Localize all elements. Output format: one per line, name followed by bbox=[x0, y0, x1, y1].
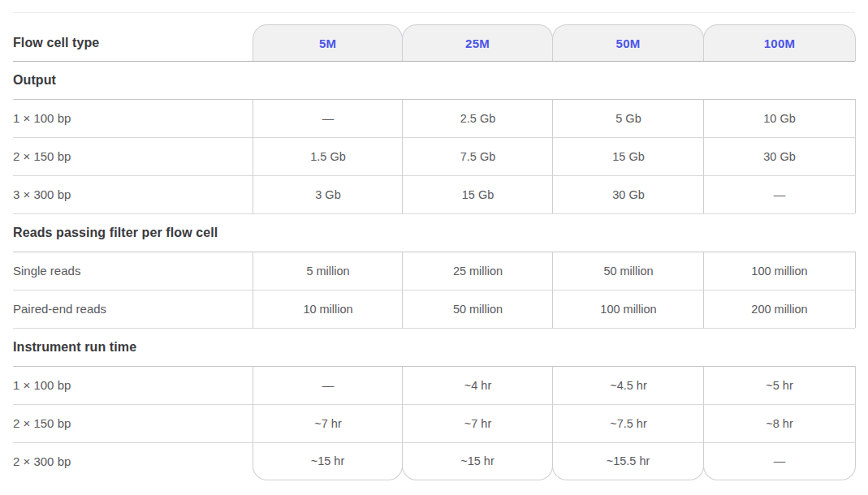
cell-value: 3 Gb bbox=[253, 175, 403, 213]
cell-value: ~15 hr bbox=[253, 442, 403, 480]
column-header-label: 25M bbox=[465, 37, 490, 50]
cell-value: ~7.5 hr bbox=[552, 404, 704, 442]
cell-value: 15 Gb bbox=[552, 137, 704, 175]
cell-value: 200 million bbox=[703, 290, 856, 328]
cell-value: 50 million bbox=[402, 290, 553, 328]
table-row: 1 × 100 bp—~4 hr~4.5 hr~5 hr bbox=[0, 366, 868, 404]
row-label: 2 × 300 bp bbox=[13, 442, 71, 480]
section-title: Output bbox=[13, 61, 56, 99]
table-row: 1 × 100 bp—2.5 Gb5 Gb10 Gb bbox=[0, 99, 868, 137]
cell-value: 7.5 Gb bbox=[402, 137, 553, 175]
column-header-5m: 5M bbox=[253, 24, 403, 61]
column-header-50m: 50M bbox=[552, 24, 704, 61]
column-header-label: 5M bbox=[319, 37, 336, 50]
cell-value: ~8 hr bbox=[703, 404, 856, 442]
row-label: 1 × 100 bp bbox=[13, 366, 71, 404]
cell-value: ~7 hr bbox=[402, 404, 553, 442]
row-label: Single reads bbox=[13, 252, 80, 290]
table-row: 2 × 150 bp~7 hr~7 hr~7.5 hr~8 hr bbox=[0, 404, 868, 442]
section-header-row: Instrument run time bbox=[0, 328, 868, 366]
cell-value: 5 Gb bbox=[552, 99, 704, 137]
table-row: Paired-end reads10 million50 million100 … bbox=[0, 290, 868, 328]
cell-value: ~4.5 hr bbox=[552, 366, 704, 404]
table-row: Single reads5 million25 million50 millio… bbox=[0, 252, 868, 290]
table-header-row: Flow cell type 5M 25M 50M 100M bbox=[0, 0, 868, 62]
cell-value: 10 Gb bbox=[703, 99, 856, 137]
cell-value: 2.5 Gb bbox=[402, 99, 553, 137]
table-row: 2 × 300 bp~15 hr~15 hr~15.5 hr— bbox=[0, 442, 868, 480]
cell-value: 100 million bbox=[552, 290, 704, 328]
cell-value: 10 million bbox=[253, 290, 403, 328]
table-row: 2 × 150 bp1.5 Gb7.5 Gb15 Gb30 Gb bbox=[0, 137, 868, 175]
cell-value: ~15 hr bbox=[402, 442, 553, 480]
flow-cell-type-label: Flow cell type bbox=[13, 24, 99, 61]
cell-value: 30 Gb bbox=[703, 137, 856, 175]
column-header-100m: 100M bbox=[703, 24, 856, 61]
row-label: 3 × 300 bp bbox=[13, 175, 71, 213]
cell-value: 30 Gb bbox=[552, 175, 704, 213]
cell-value: ~4 hr bbox=[402, 366, 553, 404]
row-label: 1 × 100 bp bbox=[13, 99, 71, 137]
row-label: 2 × 150 bp bbox=[13, 404, 71, 442]
cell-value: 25 million bbox=[402, 252, 553, 290]
flow-cell-spec-table: Flow cell type 5M 25M 50M 100M Output1 ×… bbox=[0, 0, 868, 495]
cell-value: 1.5 Gb bbox=[253, 137, 403, 175]
column-header-label: 100M bbox=[764, 37, 795, 50]
section-header-row: Output bbox=[0, 61, 868, 99]
column-header-label: 50M bbox=[616, 37, 641, 50]
cell-value: ~15.5 hr bbox=[552, 442, 704, 480]
cell-value: ~7 hr bbox=[253, 404, 403, 442]
cell-value: 50 million bbox=[552, 252, 704, 290]
section-title: Reads passing filter per flow cell bbox=[13, 213, 218, 252]
cell-value: — bbox=[703, 442, 856, 480]
section-title: Instrument run time bbox=[13, 328, 136, 366]
row-label: 2 × 150 bp bbox=[13, 137, 71, 175]
separator-line bbox=[13, 12, 855, 13]
section-header-row: Reads passing filter per flow cell bbox=[0, 213, 868, 252]
cell-value: — bbox=[703, 175, 856, 213]
cell-value: 100 million bbox=[703, 252, 856, 290]
cell-value: ~5 hr bbox=[703, 366, 856, 404]
cell-value: — bbox=[253, 366, 403, 404]
cell-value: — bbox=[253, 99, 403, 137]
cell-value: 15 Gb bbox=[402, 175, 553, 213]
table-row: 3 × 300 bp3 Gb15 Gb30 Gb— bbox=[0, 175, 868, 213]
row-label: Paired-end reads bbox=[13, 290, 106, 328]
column-header-25m: 25M bbox=[402, 24, 553, 61]
cell-value: 5 million bbox=[253, 252, 403, 290]
